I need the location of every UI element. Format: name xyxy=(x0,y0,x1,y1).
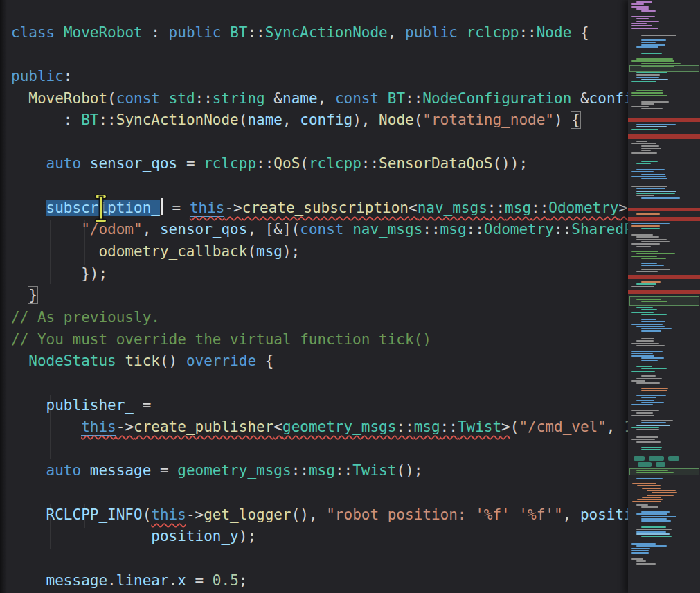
code-token: BT xyxy=(81,112,98,128)
code-line[interactable]: }); xyxy=(0,263,700,285)
code-token: :: xyxy=(422,221,440,238)
code-token: rclcpp xyxy=(204,155,256,172)
minimap-line xyxy=(636,18,649,19)
code-line[interactable] xyxy=(0,373,700,395)
code-token: . xyxy=(107,572,116,589)
code-token: ) xyxy=(554,112,571,128)
code-line[interactable]: publisher_ = xyxy=(0,395,700,417)
minimap-line xyxy=(641,422,666,423)
minimap-match-badge xyxy=(649,456,664,461)
minimap-line xyxy=(641,103,654,105)
minimap-line xyxy=(641,357,664,359)
code-line[interactable]: auto sensor_qos = rclcpp::QoS(rclcpp::Se… xyxy=(0,153,700,175)
minimap-line xyxy=(641,368,667,369)
code-line[interactable]: RCLCPP_INFO(this->get_logger(), "robot p… xyxy=(0,504,700,526)
code-line[interactable]: public: xyxy=(0,66,700,88)
minimap-error-line xyxy=(628,290,700,294)
minimap-line xyxy=(647,495,674,496)
code-token: msg xyxy=(256,243,282,260)
code-token: } xyxy=(28,287,37,303)
code-token: message xyxy=(46,572,108,589)
code-token: const xyxy=(300,221,343,238)
code-line[interactable]: NodeStatus tick() override { xyxy=(0,351,700,373)
code-token: Twist xyxy=(352,462,396,479)
code-line[interactable] xyxy=(0,548,700,570)
code-token xyxy=(55,24,64,41)
code-line[interactable]: } xyxy=(0,285,700,307)
indent xyxy=(11,221,81,238)
code-line[interactable] xyxy=(0,0,700,22)
code-line[interactable]: : BT::SyncActionNode(name, config), Node… xyxy=(0,109,700,132)
minimap-error-line xyxy=(628,217,700,221)
code-token: :: xyxy=(440,418,458,435)
minimap-line xyxy=(641,79,668,80)
minimap-line xyxy=(641,360,658,361)
code-token: tick xyxy=(125,353,160,369)
code-token: :: xyxy=(247,24,264,41)
code-token xyxy=(379,90,388,107)
code-token: sensor_qos xyxy=(160,221,247,238)
code-token: , xyxy=(143,221,160,238)
code-token: Odometry xyxy=(548,200,618,216)
minimap-line xyxy=(631,380,645,382)
indent xyxy=(11,418,81,435)
code-line[interactable]: auto message = geometry_msgs::msg::Twist… xyxy=(0,460,700,482)
code-token: SensorDataQoS xyxy=(379,155,492,172)
minimap-line xyxy=(637,499,663,500)
code-token: create_publisher xyxy=(134,418,273,435)
code-token: :: xyxy=(531,200,548,216)
code-area[interactable]: class MoveRobot : public BT::SyncActionN… xyxy=(0,0,700,592)
code-line[interactable] xyxy=(0,439,700,461)
code-token: , xyxy=(388,24,405,41)
code-token: > xyxy=(501,418,510,435)
minimap-line xyxy=(631,343,659,344)
code-token: const xyxy=(335,90,379,107)
code-token: public xyxy=(169,24,222,41)
minimap-line xyxy=(641,178,667,179)
code-line[interactable] xyxy=(0,132,700,154)
code-line[interactable]: MoveRobot(const std::string &name, const… xyxy=(0,88,700,110)
minimap-line xyxy=(636,529,672,530)
code-line[interactable]: odometry_callback(msg); xyxy=(0,241,700,263)
code-token: -> xyxy=(116,418,134,435)
code-token: :: xyxy=(256,155,273,172)
minimap-line xyxy=(632,501,661,502)
minimap-line xyxy=(637,485,661,486)
code-line[interactable]: position_y); xyxy=(0,526,700,548)
minimap-line xyxy=(636,239,667,240)
minimap-line xyxy=(636,271,658,272)
minimap-line xyxy=(652,492,677,493)
code-line[interactable]: // As previously. xyxy=(0,307,700,329)
code-line[interactable]: message.linear.x = 0.5; xyxy=(0,570,700,592)
code-line[interactable] xyxy=(0,482,700,504)
minimap-line xyxy=(632,483,656,484)
code-token: x xyxy=(177,572,186,589)
code-token: , xyxy=(282,112,300,128)
code-line[interactable]: // You must override the virtual functio… xyxy=(0,329,700,351)
code-token: rclcpp xyxy=(309,155,361,172)
minimap-line xyxy=(636,382,660,384)
code-token: config xyxy=(300,112,352,128)
code-token: :: xyxy=(195,90,213,107)
minimap-line xyxy=(631,3,644,5)
minimap-line xyxy=(631,23,647,24)
code-token: , xyxy=(563,506,580,523)
code-line[interactable] xyxy=(0,44,700,66)
minimap-line xyxy=(636,533,670,535)
minimap-line xyxy=(631,28,658,29)
minimap-line xyxy=(636,169,665,170)
code-line[interactable]: "/odom", sensor_qos, [&](const nav_msgs:… xyxy=(0,219,700,241)
code-token: this xyxy=(151,506,186,523)
indent xyxy=(11,155,46,172)
minimap-line xyxy=(641,101,669,103)
minimap[interactable] xyxy=(628,0,700,593)
code-line[interactable]: this->create_publisher<geometry_msgs::ms… xyxy=(0,416,700,439)
code-token: :: xyxy=(467,221,484,238)
code-token: "robot position: '%f' '%f'" xyxy=(326,506,562,523)
minimap-line xyxy=(636,77,659,78)
code-token: auto xyxy=(46,155,82,172)
code-line[interactable]: class MoveRobot : public BT::SyncActionN… xyxy=(0,22,700,44)
minimap-line xyxy=(641,314,667,315)
code-token: ( xyxy=(107,90,116,107)
code-token: MoveRobot xyxy=(64,24,143,41)
